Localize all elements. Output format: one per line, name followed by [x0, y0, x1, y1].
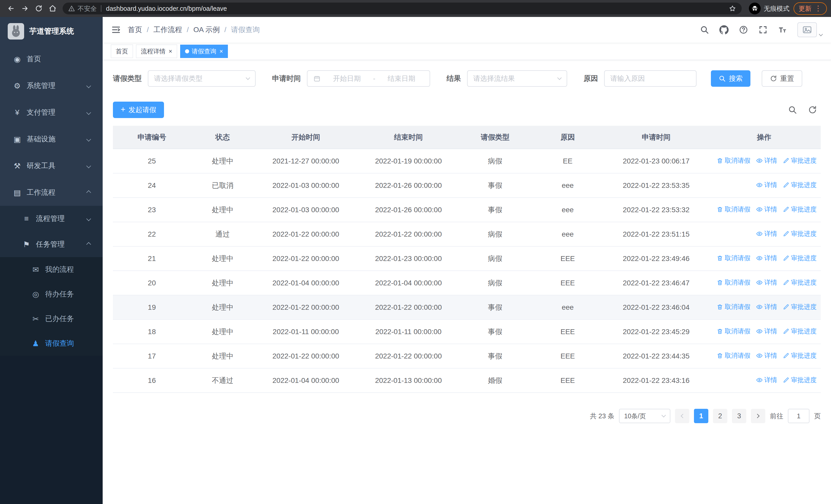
fullscreen-icon[interactable]: [758, 25, 768, 34]
column-header: 开始时间: [255, 126, 357, 149]
action-cancel-link[interactable]: 取消请假: [717, 205, 750, 213]
breadcrumb-item[interactable]: 工作流程: [153, 25, 182, 35]
app-logo[interactable]: 芋道管理系统: [0, 17, 103, 46]
trash-icon: [717, 255, 723, 262]
leave-type-label: 请假类型: [113, 73, 142, 83]
sidebar-item-task-mgmt[interactable]: ⚑任务管理: [0, 232, 103, 257]
sidebar-item-done-tasks[interactable]: ✂已办任务: [0, 306, 103, 331]
action-progress-link[interactable]: 审批进度: [783, 302, 816, 311]
action-progress-link[interactable]: 审批进度: [783, 205, 816, 213]
tab-leave-query[interactable]: 请假查询×: [180, 45, 228, 58]
table-cell: 病假: [460, 246, 531, 271]
page-button-1[interactable]: 1: [694, 409, 708, 423]
action-detail-link[interactable]: 详情: [756, 376, 777, 384]
browser-update-menu[interactable]: 更新 ⋮: [794, 2, 827, 15]
action-cancel-link[interactable]: 取消请假: [717, 254, 750, 262]
leave-type-select[interactable]: 请选择请假类型: [148, 70, 256, 87]
action-detail-link[interactable]: 详情: [756, 230, 777, 238]
sidebar-item-leave-query[interactable]: ♟请假查询: [0, 331, 103, 356]
sidebar-item-system-mgmt[interactable]: ⚙系统管理: [0, 72, 103, 99]
font-size-icon[interactable]: [778, 25, 787, 34]
action-cancel-link[interactable]: 取消请假: [717, 156, 750, 165]
page-size-select[interactable]: 10条/页: [619, 409, 670, 423]
close-icon[interactable]: ×: [169, 48, 172, 54]
page-button-3[interactable]: 3: [732, 409, 746, 423]
page-button-2[interactable]: 2: [713, 409, 727, 423]
browser-home-button[interactable]: [46, 2, 60, 16]
browser-back-button[interactable]: [4, 2, 18, 16]
action-cancel-link[interactable]: 取消请假: [717, 278, 750, 287]
action-cancel-link[interactable]: 取消请假: [717, 302, 750, 311]
action-progress-link[interactable]: 审批进度: [783, 327, 816, 335]
address-bar[interactable]: 不安全 dashboard.yudao.iocoder.cn/bpm/oa/le…: [63, 3, 742, 14]
action-progress-link[interactable]: 审批进度: [783, 376, 816, 384]
sidebar-item-payment-mgmt[interactable]: ¥支付管理: [0, 99, 103, 126]
action-cancel-link[interactable]: 取消请假: [717, 327, 750, 335]
infra-icon: ▣: [11, 135, 23, 144]
incognito-indicator: 无痕模式: [749, 3, 790, 14]
next-page-button[interactable]: [751, 409, 765, 423]
action-progress-link[interactable]: 审批进度: [783, 254, 816, 262]
action-detail-link[interactable]: 详情: [756, 181, 777, 189]
action-detail-link[interactable]: 详情: [756, 205, 777, 213]
user-avatar[interactable]: [797, 22, 822, 37]
table-row: 25处理中2021-12-27 00:00:002022-01-19 00:00…: [113, 149, 821, 173]
browser-forward-button[interactable]: [18, 2, 32, 16]
action-progress-link[interactable]: 审批进度: [783, 156, 816, 165]
eye-icon: [756, 231, 763, 237]
table-cell: 24: [113, 173, 191, 198]
help-icon[interactable]: [739, 25, 748, 34]
action-progress-link[interactable]: 审批进度: [783, 278, 816, 287]
action-detail-link[interactable]: 详情: [756, 156, 777, 165]
sidebar-item-dev-tools[interactable]: ⚒研发工具: [0, 152, 103, 179]
sidebar-item-todo-tasks[interactable]: ◎待办任务: [0, 282, 103, 306]
scissors-icon: ✂: [30, 314, 41, 323]
goto-page-input[interactable]: [788, 409, 809, 423]
action-detail-link[interactable]: 详情: [756, 351, 777, 360]
edit-icon: [783, 255, 790, 262]
action-detail-link[interactable]: 详情: [756, 302, 777, 311]
table-cell: 病假: [460, 271, 531, 295]
edit-icon: [783, 231, 790, 237]
sidebar-item-infrastructure[interactable]: ▣基础设施: [0, 126, 103, 152]
toggle-search-icon[interactable]: [788, 105, 797, 114]
action-detail-link[interactable]: 详情: [756, 278, 777, 287]
action-progress-link[interactable]: 审批进度: [783, 351, 816, 360]
action-progress-link[interactable]: 审批进度: [783, 181, 816, 189]
table-cell: 2022-01-04 00:00:00: [255, 271, 357, 295]
column-header: 申请时间: [605, 126, 708, 149]
action-detail-link[interactable]: 详情: [756, 327, 777, 335]
breadcrumb-item[interactable]: 首页: [128, 25, 142, 35]
divider: [101, 5, 102, 12]
security-warning[interactable]: 不安全: [68, 4, 97, 13]
sidebar-item-process-mgmt[interactable]: ≡流程管理: [0, 206, 103, 232]
bookmark-star-icon[interactable]: [729, 5, 736, 12]
prev-page-button[interactable]: [675, 409, 689, 423]
tab-process-detail[interactable]: 流程详情×: [136, 45, 177, 58]
action-cancel-link[interactable]: 取消请假: [717, 351, 750, 360]
action-progress-link[interactable]: 审批进度: [783, 230, 816, 238]
table-cell: 2022-01-22 23:43:16: [605, 368, 708, 393]
sidebar-collapse-icon[interactable]: [111, 25, 121, 34]
chevron-up-icon: [86, 242, 91, 247]
sidebar-item-workflow[interactable]: ▤工作流程: [0, 179, 103, 206]
reason-input[interactable]: 请输入原因: [604, 70, 696, 87]
action-detail-link[interactable]: 详情: [756, 254, 777, 262]
tab-home[interactable]: 首页: [111, 45, 133, 58]
create-leave-button[interactable]: + 发起请假: [113, 101, 164, 118]
refresh-table-icon[interactable]: [808, 105, 817, 114]
close-icon[interactable]: ×: [220, 48, 223, 54]
column-header: 请假类型: [460, 126, 531, 149]
edit-icon: [783, 304, 790, 310]
result-select[interactable]: 请选择流结果: [467, 70, 567, 87]
reset-button[interactable]: 重置: [762, 70, 802, 87]
header-search-icon[interactable]: [700, 25, 709, 34]
github-icon[interactable]: [719, 25, 728, 34]
sidebar-item-home[interactable]: ◉首页: [0, 46, 103, 72]
reason-label: 原因: [583, 73, 598, 83]
browser-reload-button[interactable]: [32, 2, 46, 16]
sidebar-item-my-process[interactable]: ✉我的流程: [0, 257, 103, 282]
breadcrumb-item[interactable]: OA 示例: [194, 25, 220, 35]
search-button[interactable]: 搜索: [711, 70, 750, 87]
apply-time-range-picker[interactable]: 开始日期 - 结束日期: [307, 70, 430, 87]
